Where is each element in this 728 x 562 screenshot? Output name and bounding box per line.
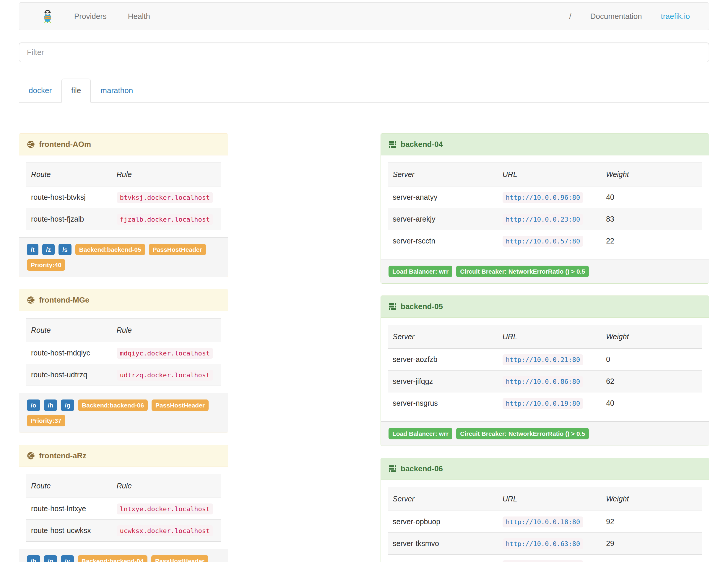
- table-row: server-updomo http://10.0.0.83:80 57: [388, 555, 702, 562]
- traefik-logo-icon[interactable]: [42, 9, 53, 23]
- route-name: route-host-btvksj: [26, 186, 112, 208]
- column-header-rule: Rule: [112, 474, 221, 498]
- tab-docker[interactable]: docker: [19, 79, 61, 103]
- server-weight: 0: [601, 349, 702, 371]
- panel-heading: backend-06: [381, 458, 709, 480]
- route-path-badge: /b: [27, 555, 40, 562]
- server-name: server-aozfzb: [388, 349, 498, 371]
- route-name: route-host-mdqiyc: [26, 342, 112, 364]
- column-header-weight: Weight: [601, 163, 702, 186]
- server-url-link[interactable]: http://10.0.0.63:80: [503, 538, 584, 549]
- server-url-link[interactable]: http://10.0.0.86:80: [503, 376, 584, 387]
- server-name: server-rscctn: [388, 230, 498, 252]
- server-weight: 22: [601, 230, 702, 252]
- rule-code: fjzalb.docker.localhost: [117, 214, 213, 225]
- server-name: server-opbuop: [388, 511, 498, 533]
- server-stack-icon: [389, 140, 397, 148]
- column-header-route: Route: [26, 319, 112, 342]
- routes-table: Route Rule route-host-lntxye lntxye.dock…: [26, 474, 221, 542]
- route-path-badge: /g: [61, 399, 74, 411]
- nav-link-documentation[interactable]: Documentation: [590, 12, 642, 21]
- navbar-right: / Documentation traefik.io: [569, 12, 690, 21]
- panel-body: Route Rule route-host-mdqiyc mdqiyc.dock…: [19, 311, 228, 393]
- globe-icon: [27, 296, 35, 304]
- tab-file[interactable]: file: [61, 79, 91, 103]
- filter-input[interactable]: [19, 43, 709, 62]
- panel-footer: /t /z /s Backend:backend-05 PassHostHead…: [19, 237, 228, 277]
- server-name: server-nsgrus: [388, 392, 498, 414]
- table-row: server-arekjy http://10.0.0.23:80 83: [388, 208, 702, 230]
- panel-footer: Load Balancer: wrr Circuit Breaker: Netw…: [381, 259, 709, 283]
- servers-table: Server URL Weight server-aozfzb http://1…: [388, 325, 702, 414]
- server-weight: 62: [601, 371, 702, 392]
- passhostheader-badge: PassHostHeader: [152, 399, 209, 411]
- table-row: route-host-fjzalb fjzalb.docker.localhos…: [26, 208, 221, 230]
- server-weight: 29: [601, 533, 702, 555]
- panel-title: backend-05: [401, 302, 443, 311]
- routes-table: Route Rule route-host-mdqiyc mdqiyc.dock…: [26, 318, 221, 386]
- table-row: route-host-udtrzq udtrzq.docker.localhos…: [26, 364, 221, 386]
- panel-body: Route Rule route-host-lntxye lntxye.dock…: [19, 467, 228, 549]
- frontend-panel-MGe: frontend-MGe Route Rule route-host-mdqiy…: [19, 289, 228, 433]
- panel-footer: /o /h /g Backend:backend-06 PassHostHead…: [19, 393, 228, 433]
- panel-body: Server URL Weight server-opbuop http://1…: [381, 480, 709, 562]
- tab-marathon[interactable]: marathon: [91, 79, 143, 103]
- column-header-weight: Weight: [601, 487, 702, 511]
- nav-link-health[interactable]: Health: [128, 12, 150, 21]
- circuit-breaker-badge: Circuit Breaker: NetworkErrorRatio () > …: [456, 428, 589, 439]
- server-url-link[interactable]: http://10.0.0.19:80: [503, 398, 584, 409]
- panel-body: Route Rule route-host-btvksj btvksj.dock…: [19, 155, 228, 237]
- server-url-link[interactable]: http://10.0.0.21:80: [503, 354, 584, 365]
- nav-link-slash[interactable]: /: [569, 12, 571, 21]
- rule-code: lntxye.docker.localhost: [117, 503, 213, 514]
- server-url-link[interactable]: http://10.0.0.57:80: [503, 236, 584, 247]
- load-balancer-badge: Load Balancer: wrr: [389, 428, 452, 439]
- main-content: frontend-AOm Route Rule route-host-btvks…: [19, 133, 709, 562]
- table-row: route-host-btvksj btvksj.docker.localhos…: [26, 186, 221, 208]
- table-row: server-tksmvo http://10.0.0.63:80 29: [388, 533, 702, 555]
- passhostheader-badge: PassHostHeader: [149, 244, 206, 255]
- load-balancer-badge: Load Balancer: wrr: [389, 266, 452, 277]
- route-name: route-host-ucwksx: [26, 520, 112, 542]
- column-header-route: Route: [26, 474, 112, 498]
- route-path-badge: /g: [44, 555, 57, 562]
- globe-icon: [27, 452, 35, 460]
- server-name: server-arekjy: [388, 208, 498, 230]
- server-url-link[interactable]: http://10.0.0.83:80: [503, 560, 584, 562]
- rule-code: btvksj.docker.localhost: [117, 192, 213, 203]
- priority-badge: Priority:37: [27, 415, 65, 426]
- server-weight: 57: [601, 555, 702, 562]
- backend-ref-badge: Backend:backend-05: [75, 244, 145, 255]
- column-header-server: Server: [388, 325, 498, 349]
- passhostheader-badge: PassHostHeader: [151, 555, 208, 562]
- nav-link-traefik-io[interactable]: traefik.io: [661, 12, 690, 21]
- table-row: route-host-mdqiyc mdqiyc.docker.localhos…: [26, 342, 221, 364]
- navbar-left: Providers Health: [42, 9, 150, 23]
- backend-ref-badge: Backend:backend-04: [78, 555, 147, 562]
- server-name: server-jifqgz: [388, 371, 498, 392]
- frontend-panel-AOm: frontend-AOm Route Rule route-host-btvks…: [19, 133, 228, 277]
- route-path-badge: /h: [44, 399, 57, 411]
- route-path-badge: /o: [27, 399, 40, 411]
- column-header-rule: Rule: [112, 319, 221, 342]
- panel-heading: frontend-aRz: [19, 445, 228, 467]
- panel-heading: backend-04: [381, 134, 709, 155]
- route-path-badge: /y: [61, 555, 74, 562]
- panel-footer: /b /g /y Backend:backend-04 PassHostHead…: [19, 549, 228, 562]
- nav-link-providers[interactable]: Providers: [74, 12, 107, 21]
- backend-ref-badge: Backend:backend-06: [78, 399, 148, 411]
- panel-heading: frontend-AOm: [19, 134, 228, 155]
- server-url-link[interactable]: http://10.0.0.18:80: [503, 516, 584, 527]
- column-header-url: URL: [498, 487, 601, 511]
- server-stack-icon: [389, 303, 397, 311]
- server-weight: 40: [601, 186, 702, 208]
- column-header-url: URL: [498, 325, 601, 349]
- rule-code: udtrzq.docker.localhost: [117, 370, 213, 381]
- panel-title: backend-04: [401, 140, 443, 149]
- column-header-route: Route: [26, 163, 112, 186]
- server-stack-icon: [389, 465, 397, 473]
- table-row: server-anatyy http://10.0.0.96:80 40: [388, 186, 702, 208]
- server-url-link[interactable]: http://10.0.0.96:80: [503, 192, 584, 203]
- server-url-link[interactable]: http://10.0.0.23:80: [503, 214, 584, 225]
- table-row: route-host-ucwksx ucwksx.docker.localhos…: [26, 520, 221, 542]
